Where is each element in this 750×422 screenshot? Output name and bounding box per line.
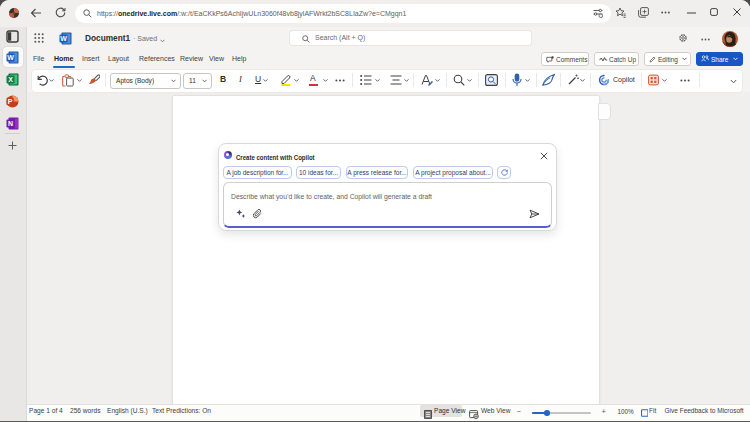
svg-text:X: X bbox=[8, 76, 13, 83]
svg-text:N: N bbox=[8, 120, 13, 127]
svg-text:P: P bbox=[8, 98, 13, 105]
svg-text:W: W bbox=[60, 35, 67, 42]
svg-text:W: W bbox=[7, 54, 14, 61]
